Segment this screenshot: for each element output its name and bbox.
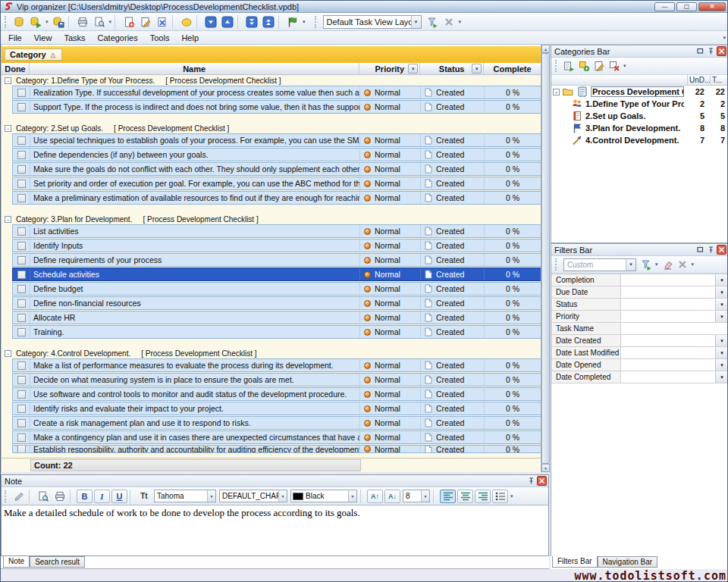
collapse-icon[interactable]: - bbox=[5, 350, 11, 357]
open-database-icon[interactable] bbox=[27, 14, 44, 30]
panel-close-icon[interactable] bbox=[717, 245, 726, 255]
task-checkbox[interactable] bbox=[17, 256, 26, 264]
task-row[interactable]: Define non-financial resourcesNormalCrea… bbox=[12, 296, 541, 310]
filter-dropdown-icon[interactable]: ▼ bbox=[715, 311, 728, 322]
task-row[interactable]: Schedule activitiesNormalCreated0 % bbox=[12, 268, 541, 281]
menu-tasks[interactable]: Tasks bbox=[58, 32, 91, 44]
align-center-icon[interactable] bbox=[457, 490, 473, 503]
font-up-icon[interactable]: A↑ bbox=[367, 490, 383, 503]
filter-field-value[interactable] bbox=[621, 274, 715, 286]
minimize-button[interactable]: — bbox=[654, 2, 675, 11]
font-color-combo[interactable]: Black ▼ bbox=[290, 490, 357, 502]
menu-help[interactable]: Help bbox=[175, 32, 205, 44]
dropdown-caret-icon[interactable]: ▾ bbox=[622, 63, 628, 69]
group-header[interactable]: -Category: 1.Define Type of Your Process… bbox=[2, 75, 541, 86]
panel-pin-icon[interactable] bbox=[706, 46, 716, 56]
print-preview-icon[interactable] bbox=[35, 489, 52, 504]
move-top-icon[interactable] bbox=[260, 14, 277, 30]
category-tree-item[interactable]: 2.Set up Goals.55 bbox=[551, 110, 728, 122]
column-header-done[interactable]: Done bbox=[2, 63, 30, 74]
task-checkbox[interactable] bbox=[17, 285, 26, 293]
dropdown-caret-icon[interactable]: ▾ bbox=[654, 261, 660, 268]
note-edit-icon[interactable] bbox=[11, 489, 27, 504]
menu-overflow-icon[interactable]: ▾ bbox=[721, 35, 727, 41]
task-row[interactable]: Make a list of performance measures to e… bbox=[12, 358, 541, 372]
scrollbar-thumb[interactable] bbox=[541, 53, 550, 464]
clear-filter-icon[interactable] bbox=[660, 258, 675, 272]
task-row[interactable]: List activitiesNormalCreated0 % bbox=[12, 224, 541, 238]
task-row[interactable]: Create a risk management plan and use it… bbox=[12, 416, 541, 430]
toolbar-grip[interactable] bbox=[315, 16, 318, 28]
collapse-icon[interactable]: - bbox=[553, 89, 560, 95]
move-up-icon[interactable] bbox=[219, 14, 236, 30]
dropdown-caret-icon[interactable]: ▾ bbox=[690, 261, 696, 268]
task-row[interactable]: Training.NormalCreated0 % bbox=[12, 325, 541, 339]
task-row[interactable]: Decide on what measuring system is in pl… bbox=[12, 373, 541, 386]
font-family-combo[interactable]: Tahoma ▼ bbox=[154, 490, 216, 502]
filter-dropdown-icon[interactable]: ▼ bbox=[715, 274, 728, 286]
task-row[interactable]: Identify InputsNormalCreated0 % bbox=[12, 239, 541, 252]
menu-tools[interactable]: Tools bbox=[144, 32, 176, 44]
group-by-category-button[interactable]: Category △ bbox=[5, 48, 62, 61]
task-row[interactable]: Define dependencies (if any) between you… bbox=[12, 148, 541, 161]
task-row[interactable]: Make sure the goals do not conflict with… bbox=[12, 162, 541, 176]
task-checkbox[interactable] bbox=[17, 136, 26, 145]
task-checkbox[interactable] bbox=[17, 227, 26, 236]
new-task-icon[interactable] bbox=[121, 14, 137, 30]
task-row[interactable]: Use special techniques to establish goal… bbox=[12, 133, 541, 147]
filter-dropdown-icon[interactable]: ▼ bbox=[715, 299, 728, 310]
status-filter-icon[interactable]: ▼ bbox=[472, 64, 482, 74]
grid-scrollbar[interactable]: ▲ ▼ bbox=[541, 45, 549, 472]
filter-dropdown-icon[interactable]: ▼ bbox=[715, 371, 728, 383]
font-size-combo[interactable]: 8 ▼ bbox=[403, 490, 430, 502]
filter-field-value[interactable] bbox=[621, 311, 715, 322]
filter-dropdown-icon[interactable]: ▼ bbox=[715, 347, 728, 358]
category-tree-item[interactable]: -Process Development Checklist2222 bbox=[551, 86, 728, 98]
filter-dropdown-icon[interactable]: ▼ bbox=[715, 286, 728, 298]
print-preview-icon[interactable] bbox=[91, 14, 108, 30]
chevron-down-icon[interactable]: ▼ bbox=[421, 490, 429, 502]
task-checkbox[interactable] bbox=[17, 165, 26, 174]
tab-note[interactable]: Note bbox=[3, 556, 30, 568]
align-right-icon[interactable] bbox=[475, 490, 491, 503]
chevron-down-icon[interactable]: ▼ bbox=[626, 259, 635, 271]
task-checkbox[interactable] bbox=[17, 103, 26, 111]
category-tree-item[interactable]: 3.Plan for Development.88 bbox=[551, 122, 728, 134]
task-row[interactable]: Identify risks and evaluate their impact… bbox=[12, 402, 541, 415]
task-checkbox[interactable] bbox=[17, 419, 26, 427]
menu-file[interactable]: File bbox=[2, 32, 28, 44]
filter-field-value[interactable] bbox=[621, 299, 715, 310]
task-row[interactable]: Realization Type. If successful developm… bbox=[12, 86, 541, 99]
task-checkbox[interactable] bbox=[17, 390, 26, 399]
chevron-down-icon[interactable]: ▼ bbox=[278, 490, 287, 502]
font-name-icon[interactable]: Tt bbox=[136, 489, 152, 504]
task-row[interactable]: Define requirements of your processNorma… bbox=[12, 253, 541, 267]
tab-navigation-bar[interactable]: Navigation Bar bbox=[598, 556, 658, 568]
collapse-icon[interactable]: - bbox=[5, 216, 11, 223]
delete-task-icon[interactable] bbox=[154, 14, 171, 30]
tab-filters-bar[interactable]: Filters Bar bbox=[552, 556, 598, 568]
category-tree-item[interactable]: 4.Control Development.77 bbox=[551, 134, 728, 146]
tab-search-result[interactable]: Search result bbox=[30, 556, 85, 568]
task-checkbox[interactable] bbox=[17, 376, 26, 384]
task-row[interactable]: Define budgetNormalCreated0 % bbox=[12, 282, 541, 296]
column-header-undone[interactable]: UnD... bbox=[687, 75, 710, 85]
column-header-complete[interactable]: Complete bbox=[484, 63, 541, 74]
apply-layout-icon[interactable] bbox=[424, 14, 441, 30]
dropdown-caret-icon[interactable]: ▾ bbox=[108, 19, 114, 25]
save-database-icon[interactable] bbox=[50, 14, 67, 30]
add-list-icon[interactable] bbox=[561, 59, 576, 74]
menu-view[interactable]: View bbox=[28, 32, 58, 44]
column-header-name[interactable]: Name bbox=[30, 63, 359, 74]
filter-field-value[interactable] bbox=[621, 335, 715, 346]
column-header-status[interactable]: Status ▼ bbox=[420, 63, 484, 74]
edit-category-icon[interactable] bbox=[592, 59, 607, 74]
layout-combo[interactable]: Default Task View Layout ▼ bbox=[323, 15, 422, 29]
move-bottom-icon[interactable] bbox=[243, 14, 260, 30]
task-checkbox[interactable] bbox=[17, 446, 26, 452]
apply-filter-icon[interactable] bbox=[639, 258, 654, 272]
task-checkbox[interactable] bbox=[17, 433, 26, 442]
maximize-button[interactable]: ▢ bbox=[676, 2, 697, 11]
complete-task-icon[interactable] bbox=[178, 14, 195, 30]
dropdown-caret-icon[interactable]: ▾ bbox=[509, 493, 515, 499]
